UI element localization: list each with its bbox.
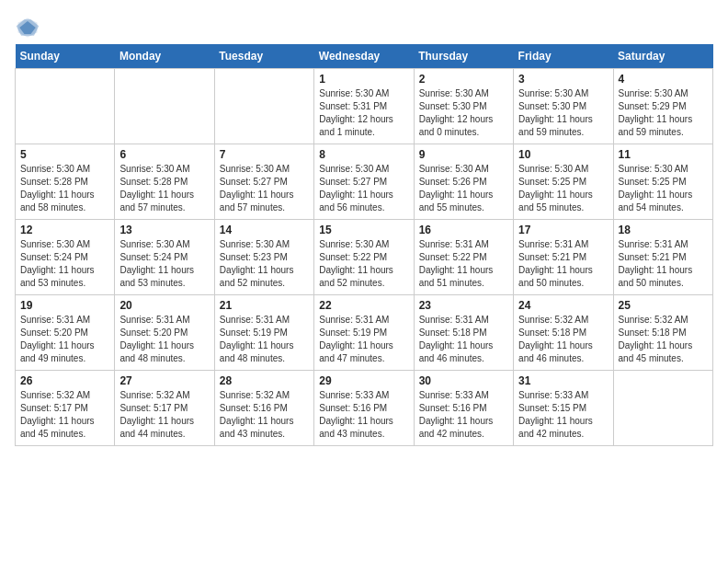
calendar-cell <box>613 371 712 446</box>
day-number: 4 <box>619 73 708 86</box>
day-info: Sunrise: 5:32 AM Sunset: 5:18 PM Dayligh… <box>518 314 608 365</box>
calendar: SundayMondayTuesdayWednesdayThursdayFrid… <box>15 44 713 446</box>
day-info: Sunrise: 5:30 AM Sunset: 5:25 PM Dayligh… <box>619 163 708 214</box>
logo-icon <box>15 15 40 40</box>
calendar-cell: 3Sunrise: 5:30 AM Sunset: 5:30 PM Daylig… <box>514 69 613 144</box>
calendar-cell <box>16 69 115 144</box>
day-info: Sunrise: 5:30 AM Sunset: 5:22 PM Dayligh… <box>319 238 408 290</box>
calendar-cell <box>214 69 313 144</box>
day-number: 13 <box>119 224 209 236</box>
day-number: 12 <box>20 224 109 236</box>
day-of-week-header: Thursday <box>414 44 513 69</box>
week-row: 19Sunrise: 5:31 AM Sunset: 5:20 PM Dayli… <box>16 295 713 371</box>
calendar-cell: 11Sunrise: 5:30 AM Sunset: 5:25 PM Dayli… <box>613 144 712 220</box>
calendar-cell: 27Sunrise: 5:32 AM Sunset: 5:17 PM Dayli… <box>115 371 214 446</box>
calendar-cell: 6Sunrise: 5:30 AM Sunset: 5:28 PM Daylig… <box>115 144 214 220</box>
day-of-week-header: Saturday <box>613 44 712 69</box>
day-info: Sunrise: 5:33 AM Sunset: 5:15 PM Dayligh… <box>518 389 608 441</box>
calendar-cell: 12Sunrise: 5:30 AM Sunset: 5:24 PM Dayli… <box>16 220 115 295</box>
calendar-cell: 25Sunrise: 5:32 AM Sunset: 5:18 PM Dayli… <box>613 295 712 371</box>
day-number: 15 <box>319 224 408 236</box>
day-info: Sunrise: 5:33 AM Sunset: 5:16 PM Dayligh… <box>319 389 408 441</box>
day-info: Sunrise: 5:31 AM Sunset: 5:20 PM Dayligh… <box>20 314 109 365</box>
day-number: 27 <box>119 374 209 387</box>
week-row: 12Sunrise: 5:30 AM Sunset: 5:24 PM Dayli… <box>16 220 713 295</box>
day-number: 21 <box>220 299 309 312</box>
day-number: 14 <box>220 224 309 236</box>
day-info: Sunrise: 5:31 AM Sunset: 5:20 PM Dayligh… <box>119 314 209 365</box>
day-number: 2 <box>419 73 508 86</box>
day-info: Sunrise: 5:30 AM Sunset: 5:28 PM Dayligh… <box>119 163 209 214</box>
calendar-cell: 1Sunrise: 5:30 AM Sunset: 5:31 PM Daylig… <box>314 69 414 144</box>
day-number: 16 <box>419 224 508 236</box>
calendar-cell: 2Sunrise: 5:30 AM Sunset: 5:30 PM Daylig… <box>414 69 513 144</box>
day-number: 20 <box>119 299 209 312</box>
calendar-header-row: SundayMondayTuesdayWednesdayThursdayFrid… <box>16 44 713 69</box>
day-number: 8 <box>319 148 408 161</box>
calendar-cell: 31Sunrise: 5:33 AM Sunset: 5:15 PM Dayli… <box>514 371 613 446</box>
calendar-cell: 8Sunrise: 5:30 AM Sunset: 5:27 PM Daylig… <box>314 144 414 220</box>
calendar-cell: 29Sunrise: 5:33 AM Sunset: 5:16 PM Dayli… <box>314 371 414 446</box>
day-number: 23 <box>419 299 508 312</box>
calendar-cell: 21Sunrise: 5:31 AM Sunset: 5:19 PM Dayli… <box>214 295 313 371</box>
day-info: Sunrise: 5:30 AM Sunset: 5:26 PM Dayligh… <box>419 163 508 214</box>
day-of-week-header: Sunday <box>16 44 115 69</box>
day-number: 19 <box>20 299 109 312</box>
day-info: Sunrise: 5:30 AM Sunset: 5:24 PM Dayligh… <box>20 238 109 290</box>
logo <box>15 15 44 40</box>
day-info: Sunrise: 5:30 AM Sunset: 5:24 PM Dayligh… <box>119 238 209 290</box>
calendar-cell: 17Sunrise: 5:31 AM Sunset: 5:21 PM Dayli… <box>514 220 613 295</box>
calendar-cell: 14Sunrise: 5:30 AM Sunset: 5:23 PM Dayli… <box>214 220 313 295</box>
calendar-cell: 24Sunrise: 5:32 AM Sunset: 5:18 PM Dayli… <box>514 295 613 371</box>
day-info: Sunrise: 5:30 AM Sunset: 5:29 PM Dayligh… <box>619 87 708 139</box>
day-number: 1 <box>319 73 408 86</box>
calendar-cell: 4Sunrise: 5:30 AM Sunset: 5:29 PM Daylig… <box>613 69 712 144</box>
day-number: 25 <box>619 299 708 312</box>
calendar-cell: 7Sunrise: 5:30 AM Sunset: 5:27 PM Daylig… <box>214 144 313 220</box>
day-info: Sunrise: 5:30 AM Sunset: 5:30 PM Dayligh… <box>419 87 508 139</box>
day-info: Sunrise: 5:30 AM Sunset: 5:25 PM Dayligh… <box>518 163 608 214</box>
day-number: 31 <box>518 374 608 387</box>
day-info: Sunrise: 5:30 AM Sunset: 5:27 PM Dayligh… <box>220 163 309 214</box>
week-row: 1Sunrise: 5:30 AM Sunset: 5:31 PM Daylig… <box>16 69 713 144</box>
day-info: Sunrise: 5:32 AM Sunset: 5:18 PM Dayligh… <box>619 314 708 365</box>
day-number: 18 <box>619 224 708 236</box>
day-info: Sunrise: 5:30 AM Sunset: 5:23 PM Dayligh… <box>220 238 309 290</box>
day-info: Sunrise: 5:31 AM Sunset: 5:21 PM Dayligh… <box>518 238 608 290</box>
day-number: 11 <box>619 148 708 161</box>
day-number: 10 <box>518 148 608 161</box>
day-info: Sunrise: 5:30 AM Sunset: 5:28 PM Dayligh… <box>20 163 109 214</box>
day-info: Sunrise: 5:30 AM Sunset: 5:31 PM Dayligh… <box>319 87 408 139</box>
calendar-cell: 9Sunrise: 5:30 AM Sunset: 5:26 PM Daylig… <box>414 144 513 220</box>
week-row: 5Sunrise: 5:30 AM Sunset: 5:28 PM Daylig… <box>16 144 713 220</box>
day-number: 9 <box>419 148 508 161</box>
week-row: 26Sunrise: 5:32 AM Sunset: 5:17 PM Dayli… <box>16 371 713 446</box>
calendar-cell: 20Sunrise: 5:31 AM Sunset: 5:20 PM Dayli… <box>115 295 214 371</box>
day-info: Sunrise: 5:33 AM Sunset: 5:16 PM Dayligh… <box>419 389 508 441</box>
day-info: Sunrise: 5:31 AM Sunset: 5:18 PM Dayligh… <box>419 314 508 365</box>
day-number: 6 <box>119 148 209 161</box>
day-number: 3 <box>518 73 608 86</box>
calendar-cell: 28Sunrise: 5:32 AM Sunset: 5:16 PM Dayli… <box>214 371 313 446</box>
day-of-week-header: Friday <box>514 44 613 69</box>
day-info: Sunrise: 5:30 AM Sunset: 5:30 PM Dayligh… <box>518 87 608 139</box>
calendar-cell: 19Sunrise: 5:31 AM Sunset: 5:20 PM Dayli… <box>16 295 115 371</box>
day-of-week-header: Wednesday <box>314 44 414 69</box>
day-info: Sunrise: 5:31 AM Sunset: 5:19 PM Dayligh… <box>319 314 408 365</box>
day-info: Sunrise: 5:32 AM Sunset: 5:16 PM Dayligh… <box>220 389 309 441</box>
day-number: 17 <box>518 224 608 236</box>
calendar-cell: 16Sunrise: 5:31 AM Sunset: 5:22 PM Dayli… <box>414 220 513 295</box>
page-header <box>15 15 713 40</box>
day-of-week-header: Monday <box>115 44 214 69</box>
day-number: 26 <box>20 374 109 387</box>
day-number: 5 <box>20 148 109 161</box>
day-number: 24 <box>518 299 608 312</box>
day-info: Sunrise: 5:31 AM Sunset: 5:21 PM Dayligh… <box>619 238 708 290</box>
day-info: Sunrise: 5:32 AM Sunset: 5:17 PM Dayligh… <box>20 389 109 441</box>
day-number: 7 <box>220 148 309 161</box>
day-number: 22 <box>319 299 408 312</box>
day-info: Sunrise: 5:30 AM Sunset: 5:27 PM Dayligh… <box>319 163 408 214</box>
calendar-cell: 13Sunrise: 5:30 AM Sunset: 5:24 PM Dayli… <box>115 220 214 295</box>
day-info: Sunrise: 5:31 AM Sunset: 5:22 PM Dayligh… <box>419 238 508 290</box>
day-info: Sunrise: 5:32 AM Sunset: 5:17 PM Dayligh… <box>119 389 209 441</box>
